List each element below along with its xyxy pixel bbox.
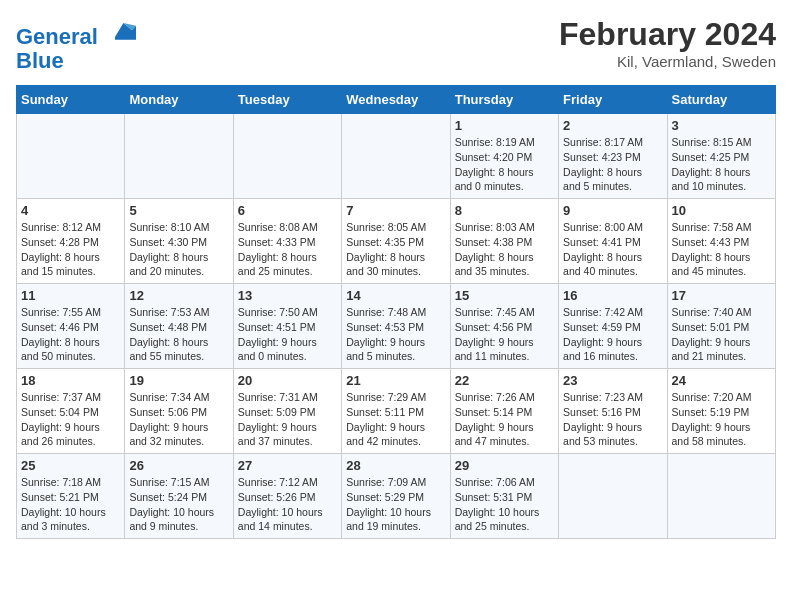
day-number: 11 <box>21 288 120 303</box>
calendar-cell: 17Sunrise: 7:40 AM Sunset: 5:01 PM Dayli… <box>667 284 775 369</box>
calendar-cell: 2Sunrise: 8:17 AM Sunset: 4:23 PM Daylig… <box>559 114 667 199</box>
day-number: 22 <box>455 373 554 388</box>
calendar-cell: 24Sunrise: 7:20 AM Sunset: 5:19 PM Dayli… <box>667 369 775 454</box>
day-number: 9 <box>563 203 662 218</box>
day-number: 17 <box>672 288 771 303</box>
calendar-cell: 12Sunrise: 7:53 AM Sunset: 4:48 PM Dayli… <box>125 284 233 369</box>
day-number: 13 <box>238 288 337 303</box>
calendar-cell: 10Sunrise: 7:58 AM Sunset: 4:43 PM Dayli… <box>667 199 775 284</box>
day-info: Sunrise: 7:42 AM Sunset: 4:59 PM Dayligh… <box>563 305 662 364</box>
day-number: 6 <box>238 203 337 218</box>
day-number: 12 <box>129 288 228 303</box>
calendar-week-row: 4Sunrise: 8:12 AM Sunset: 4:28 PM Daylig… <box>17 199 776 284</box>
day-number: 16 <box>563 288 662 303</box>
calendar-table: SundayMondayTuesdayWednesdayThursdayFrid… <box>16 85 776 539</box>
day-info: Sunrise: 7:58 AM Sunset: 4:43 PM Dayligh… <box>672 220 771 279</box>
calendar-cell <box>559 454 667 539</box>
day-info: Sunrise: 8:12 AM Sunset: 4:28 PM Dayligh… <box>21 220 120 279</box>
calendar-cell <box>667 454 775 539</box>
logo-blue: Blue <box>16 49 136 73</box>
calendar-cell: 3Sunrise: 8:15 AM Sunset: 4:25 PM Daylig… <box>667 114 775 199</box>
calendar-cell: 21Sunrise: 7:29 AM Sunset: 5:11 PM Dayli… <box>342 369 450 454</box>
page-header: General Blue February 2024 Kil, Vaermlan… <box>16 16 776 73</box>
calendar-cell <box>17 114 125 199</box>
day-info: Sunrise: 7:34 AM Sunset: 5:06 PM Dayligh… <box>129 390 228 449</box>
calendar-cell: 5Sunrise: 8:10 AM Sunset: 4:30 PM Daylig… <box>125 199 233 284</box>
calendar-cell <box>233 114 341 199</box>
day-info: Sunrise: 8:00 AM Sunset: 4:41 PM Dayligh… <box>563 220 662 279</box>
day-info: Sunrise: 8:03 AM Sunset: 4:38 PM Dayligh… <box>455 220 554 279</box>
calendar-cell <box>342 114 450 199</box>
day-info: Sunrise: 7:15 AM Sunset: 5:24 PM Dayligh… <box>129 475 228 534</box>
logo-blue-text: Blue <box>16 48 64 73</box>
day-of-week-header: Wednesday <box>342 86 450 114</box>
day-info: Sunrise: 7:53 AM Sunset: 4:48 PM Dayligh… <box>129 305 228 364</box>
day-info: Sunrise: 8:05 AM Sunset: 4:35 PM Dayligh… <box>346 220 445 279</box>
day-number: 14 <box>346 288 445 303</box>
main-title: February 2024 <box>559 16 776 53</box>
day-number: 27 <box>238 458 337 473</box>
calendar-cell: 19Sunrise: 7:34 AM Sunset: 5:06 PM Dayli… <box>125 369 233 454</box>
logo-icon <box>108 16 136 44</box>
logo: General Blue <box>16 16 136 73</box>
day-info: Sunrise: 7:31 AM Sunset: 5:09 PM Dayligh… <box>238 390 337 449</box>
calendar-cell: 18Sunrise: 7:37 AM Sunset: 5:04 PM Dayli… <box>17 369 125 454</box>
day-number: 23 <box>563 373 662 388</box>
day-number: 26 <box>129 458 228 473</box>
calendar-week-row: 11Sunrise: 7:55 AM Sunset: 4:46 PM Dayli… <box>17 284 776 369</box>
calendar-cell: 28Sunrise: 7:09 AM Sunset: 5:29 PM Dayli… <box>342 454 450 539</box>
calendar-cell: 15Sunrise: 7:45 AM Sunset: 4:56 PM Dayli… <box>450 284 558 369</box>
subtitle: Kil, Vaermland, Sweden <box>559 53 776 70</box>
day-number: 21 <box>346 373 445 388</box>
day-number: 19 <box>129 373 228 388</box>
day-number: 24 <box>672 373 771 388</box>
day-number: 5 <box>129 203 228 218</box>
day-info: Sunrise: 7:50 AM Sunset: 4:51 PM Dayligh… <box>238 305 337 364</box>
day-info: Sunrise: 7:06 AM Sunset: 5:31 PM Dayligh… <box>455 475 554 534</box>
calendar-cell: 8Sunrise: 8:03 AM Sunset: 4:38 PM Daylig… <box>450 199 558 284</box>
day-number: 10 <box>672 203 771 218</box>
calendar-cell: 26Sunrise: 7:15 AM Sunset: 5:24 PM Dayli… <box>125 454 233 539</box>
calendar-week-row: 18Sunrise: 7:37 AM Sunset: 5:04 PM Dayli… <box>17 369 776 454</box>
day-of-week-header: Sunday <box>17 86 125 114</box>
calendar-body: 1Sunrise: 8:19 AM Sunset: 4:20 PM Daylig… <box>17 114 776 539</box>
day-of-week-header: Tuesday <box>233 86 341 114</box>
day-number: 7 <box>346 203 445 218</box>
day-info: Sunrise: 7:23 AM Sunset: 5:16 PM Dayligh… <box>563 390 662 449</box>
day-number: 29 <box>455 458 554 473</box>
day-info: Sunrise: 7:26 AM Sunset: 5:14 PM Dayligh… <box>455 390 554 449</box>
day-info: Sunrise: 7:20 AM Sunset: 5:19 PM Dayligh… <box>672 390 771 449</box>
logo-general: General <box>16 24 98 49</box>
day-info: Sunrise: 8:15 AM Sunset: 4:25 PM Dayligh… <box>672 135 771 194</box>
calendar-week-row: 1Sunrise: 8:19 AM Sunset: 4:20 PM Daylig… <box>17 114 776 199</box>
day-info: Sunrise: 7:45 AM Sunset: 4:56 PM Dayligh… <box>455 305 554 364</box>
calendar-cell: 9Sunrise: 8:00 AM Sunset: 4:41 PM Daylig… <box>559 199 667 284</box>
day-number: 25 <box>21 458 120 473</box>
day-number: 18 <box>21 373 120 388</box>
calendar-week-row: 25Sunrise: 7:18 AM Sunset: 5:21 PM Dayli… <box>17 454 776 539</box>
day-info: Sunrise: 7:55 AM Sunset: 4:46 PM Dayligh… <box>21 305 120 364</box>
day-info: Sunrise: 7:37 AM Sunset: 5:04 PM Dayligh… <box>21 390 120 449</box>
calendar-cell: 25Sunrise: 7:18 AM Sunset: 5:21 PM Dayli… <box>17 454 125 539</box>
calendar-cell: 14Sunrise: 7:48 AM Sunset: 4:53 PM Dayli… <box>342 284 450 369</box>
calendar-cell: 11Sunrise: 7:55 AM Sunset: 4:46 PM Dayli… <box>17 284 125 369</box>
day-info: Sunrise: 8:08 AM Sunset: 4:33 PM Dayligh… <box>238 220 337 279</box>
day-info: Sunrise: 8:17 AM Sunset: 4:23 PM Dayligh… <box>563 135 662 194</box>
day-of-week-header: Friday <box>559 86 667 114</box>
day-info: Sunrise: 8:19 AM Sunset: 4:20 PM Dayligh… <box>455 135 554 194</box>
calendar-cell: 16Sunrise: 7:42 AM Sunset: 4:59 PM Dayli… <box>559 284 667 369</box>
day-info: Sunrise: 7:12 AM Sunset: 5:26 PM Dayligh… <box>238 475 337 534</box>
day-of-week-header: Saturday <box>667 86 775 114</box>
calendar-cell: 6Sunrise: 8:08 AM Sunset: 4:33 PM Daylig… <box>233 199 341 284</box>
day-info: Sunrise: 7:29 AM Sunset: 5:11 PM Dayligh… <box>346 390 445 449</box>
day-number: 4 <box>21 203 120 218</box>
day-of-week-header: Monday <box>125 86 233 114</box>
day-info: Sunrise: 7:40 AM Sunset: 5:01 PM Dayligh… <box>672 305 771 364</box>
day-number: 8 <box>455 203 554 218</box>
calendar-cell: 29Sunrise: 7:06 AM Sunset: 5:31 PM Dayli… <box>450 454 558 539</box>
day-number: 2 <box>563 118 662 133</box>
calendar-cell <box>125 114 233 199</box>
calendar-cell: 27Sunrise: 7:12 AM Sunset: 5:26 PM Dayli… <box>233 454 341 539</box>
day-number: 1 <box>455 118 554 133</box>
calendar-cell: 13Sunrise: 7:50 AM Sunset: 4:51 PM Dayli… <box>233 284 341 369</box>
